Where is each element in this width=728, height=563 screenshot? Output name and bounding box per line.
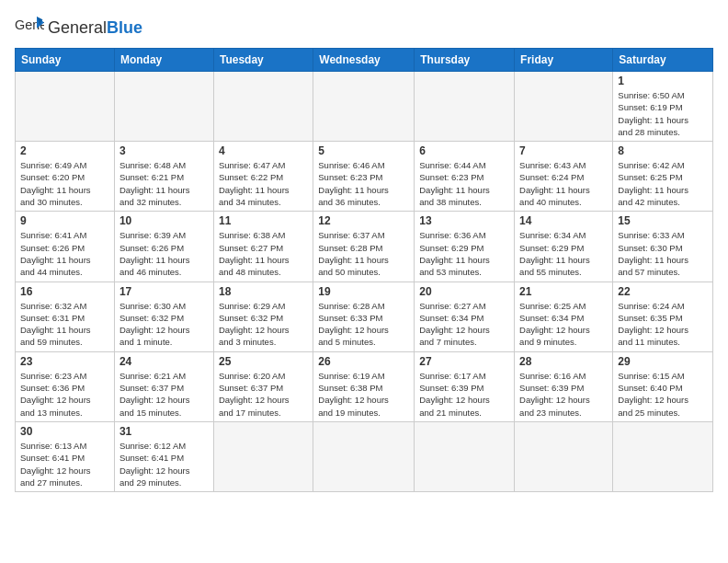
day-number: 8 — [618, 144, 708, 157]
day-info: Sunrise: 6:30 AM Sunset: 6:32 PM Dayligh… — [119, 300, 209, 349]
day-cell: 11Sunrise: 6:38 AM Sunset: 6:27 PM Dayli… — [213, 212, 313, 282]
day-cell: 8Sunrise: 6:42 AM Sunset: 6:25 PM Daylig… — [613, 142, 713, 212]
day-info: Sunrise: 6:47 AM Sunset: 6:22 PM Dayligh… — [219, 159, 308, 208]
day-cell — [313, 421, 415, 491]
day-cell: 18Sunrise: 6:29 AM Sunset: 6:32 PM Dayli… — [213, 282, 313, 351]
day-cell — [16, 72, 115, 142]
day-info: Sunrise: 6:27 AM Sunset: 6:34 PM Dayligh… — [419, 300, 509, 349]
day-info: Sunrise: 6:44 AM Sunset: 6:23 PM Dayligh… — [419, 159, 509, 208]
logo-icon: General — [15, 15, 44, 40]
day-number: 19 — [318, 285, 409, 298]
day-cell — [313, 72, 415, 142]
day-cell: 3Sunrise: 6:48 AM Sunset: 6:21 PM Daylig… — [114, 142, 213, 212]
day-info: Sunrise: 6:20 AM Sunset: 6:37 PM Dayligh… — [219, 370, 308, 419]
day-cell: 25Sunrise: 6:20 AM Sunset: 6:37 PM Dayli… — [213, 351, 313, 421]
logo-text: GeneralBlue — [48, 19, 142, 36]
logo: General GeneralBlue — [15, 15, 142, 40]
weekday-header-tuesday: Tuesday — [213, 49, 313, 72]
day-info: Sunrise: 6:21 AM Sunset: 6:37 PM Dayligh… — [119, 370, 209, 419]
day-number: 5 — [318, 144, 409, 157]
day-info: Sunrise: 6:23 AM Sunset: 6:36 PM Dayligh… — [20, 370, 109, 419]
week-row-5: 23Sunrise: 6:23 AM Sunset: 6:36 PM Dayli… — [16, 351, 713, 421]
day-number: 10 — [119, 214, 209, 227]
day-cell — [213, 72, 313, 142]
day-info: Sunrise: 6:12 AM Sunset: 6:41 PM Dayligh… — [119, 440, 209, 488]
day-number: 3 — [119, 144, 209, 157]
day-cell: 29Sunrise: 6:15 AM Sunset: 6:40 PM Dayli… — [613, 351, 713, 421]
week-row-2: 2Sunrise: 6:49 AM Sunset: 6:20 PM Daylig… — [16, 142, 713, 212]
day-info: Sunrise: 6:29 AM Sunset: 6:32 PM Dayligh… — [219, 300, 308, 349]
day-cell: 19Sunrise: 6:28 AM Sunset: 6:33 PM Dayli… — [313, 282, 415, 351]
day-number: 20 — [419, 285, 509, 298]
day-info: Sunrise: 6:48 AM Sunset: 6:21 PM Dayligh… — [119, 159, 209, 208]
day-info: Sunrise: 6:24 AM Sunset: 6:35 PM Dayligh… — [618, 300, 708, 349]
day-info: Sunrise: 6:17 AM Sunset: 6:39 PM Dayligh… — [419, 370, 509, 419]
day-cell — [415, 421, 515, 491]
day-info: Sunrise: 6:16 AM Sunset: 6:39 PM Dayligh… — [519, 370, 608, 419]
day-cell: 14Sunrise: 6:34 AM Sunset: 6:29 PM Dayli… — [515, 212, 613, 282]
day-number: 15 — [618, 214, 708, 227]
day-number: 4 — [219, 144, 308, 157]
day-number: 22 — [618, 285, 708, 298]
day-cell: 15Sunrise: 6:33 AM Sunset: 6:30 PM Dayli… — [613, 212, 713, 282]
week-row-4: 16Sunrise: 6:32 AM Sunset: 6:31 PM Dayli… — [16, 282, 713, 351]
day-number: 24 — [119, 355, 209, 368]
day-number: 7 — [519, 144, 608, 157]
day-info: Sunrise: 6:37 AM Sunset: 6:28 PM Dayligh… — [318, 229, 409, 278]
day-info: Sunrise: 6:50 AM Sunset: 6:19 PM Dayligh… — [618, 89, 708, 138]
day-info: Sunrise: 6:46 AM Sunset: 6:23 PM Dayligh… — [318, 159, 409, 208]
day-number: 1 — [618, 75, 708, 87]
day-cell: 12Sunrise: 6:37 AM Sunset: 6:28 PM Dayli… — [313, 212, 415, 282]
day-cell: 10Sunrise: 6:39 AM Sunset: 6:26 PM Dayli… — [114, 212, 213, 282]
day-info: Sunrise: 6:34 AM Sunset: 6:29 PM Dayligh… — [519, 229, 608, 278]
day-cell: 20Sunrise: 6:27 AM Sunset: 6:34 PM Dayli… — [415, 282, 515, 351]
day-cell — [415, 72, 515, 142]
day-info: Sunrise: 6:36 AM Sunset: 6:29 PM Dayligh… — [419, 229, 509, 278]
day-info: Sunrise: 6:25 AM Sunset: 6:34 PM Dayligh… — [519, 300, 608, 349]
day-cell: 31Sunrise: 6:12 AM Sunset: 6:41 PM Dayli… — [114, 421, 213, 491]
weekday-header-wednesday: Wednesday — [313, 49, 415, 72]
day-cell — [114, 72, 213, 142]
day-info: Sunrise: 6:38 AM Sunset: 6:27 PM Dayligh… — [219, 229, 308, 278]
day-number: 29 — [618, 355, 708, 368]
day-cell: 17Sunrise: 6:30 AM Sunset: 6:32 PM Dayli… — [114, 282, 213, 351]
day-cell: 22Sunrise: 6:24 AM Sunset: 6:35 PM Dayli… — [613, 282, 713, 351]
day-cell: 13Sunrise: 6:36 AM Sunset: 6:29 PM Dayli… — [415, 212, 515, 282]
day-cell: 9Sunrise: 6:41 AM Sunset: 6:26 PM Daylig… — [16, 212, 115, 282]
day-cell: 23Sunrise: 6:23 AM Sunset: 6:36 PM Dayli… — [16, 351, 115, 421]
page-header: General GeneralBlue — [15, 15, 713, 40]
day-info: Sunrise: 6:49 AM Sunset: 6:20 PM Dayligh… — [20, 159, 109, 208]
weekday-header-thursday: Thursday — [415, 49, 515, 72]
day-cell: 4Sunrise: 6:47 AM Sunset: 6:22 PM Daylig… — [213, 142, 313, 212]
day-info: Sunrise: 6:43 AM Sunset: 6:24 PM Dayligh… — [519, 159, 608, 208]
day-number: 28 — [519, 355, 608, 368]
day-cell: 16Sunrise: 6:32 AM Sunset: 6:31 PM Dayli… — [16, 282, 115, 351]
day-cell — [613, 421, 713, 491]
day-info: Sunrise: 6:28 AM Sunset: 6:33 PM Dayligh… — [318, 300, 409, 349]
day-number: 30 — [20, 425, 109, 438]
day-number: 21 — [519, 285, 608, 298]
day-number: 23 — [20, 355, 109, 368]
day-info: Sunrise: 6:32 AM Sunset: 6:31 PM Dayligh… — [20, 300, 109, 349]
day-number: 16 — [20, 285, 109, 298]
calendar-table: SundayMondayTuesdayWednesdayThursdayFrid… — [15, 48, 713, 492]
day-info: Sunrise: 6:13 AM Sunset: 6:41 PM Dayligh… — [20, 440, 109, 488]
day-cell — [515, 72, 613, 142]
weekday-header-friday: Friday — [515, 49, 613, 72]
day-info: Sunrise: 6:33 AM Sunset: 6:30 PM Dayligh… — [618, 229, 708, 278]
day-cell: 6Sunrise: 6:44 AM Sunset: 6:23 PM Daylig… — [415, 142, 515, 212]
weekday-header-row: SundayMondayTuesdayWednesdayThursdayFrid… — [16, 49, 713, 72]
week-row-1: 1Sunrise: 6:50 AM Sunset: 6:19 PM Daylig… — [16, 72, 713, 142]
day-cell: 27Sunrise: 6:17 AM Sunset: 6:39 PM Dayli… — [415, 351, 515, 421]
day-cell: 5Sunrise: 6:46 AM Sunset: 6:23 PM Daylig… — [313, 142, 415, 212]
weekday-header-monday: Monday — [114, 49, 213, 72]
day-number: 27 — [419, 355, 509, 368]
day-number: 17 — [119, 285, 209, 298]
day-info: Sunrise: 6:15 AM Sunset: 6:40 PM Dayligh… — [618, 370, 708, 419]
day-cell: 30Sunrise: 6:13 AM Sunset: 6:41 PM Dayli… — [16, 421, 115, 491]
weekday-header-saturday: Saturday — [613, 49, 713, 72]
day-number: 13 — [419, 214, 509, 227]
day-info: Sunrise: 6:19 AM Sunset: 6:38 PM Dayligh… — [318, 370, 409, 419]
day-number: 9 — [20, 214, 109, 227]
day-cell: 1Sunrise: 6:50 AM Sunset: 6:19 PM Daylig… — [613, 72, 713, 142]
